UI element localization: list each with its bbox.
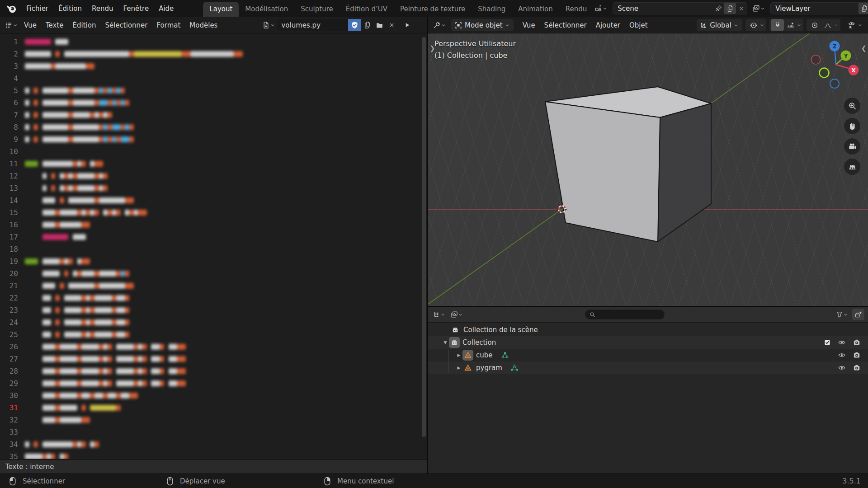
pan-hand-button[interactable] bbox=[844, 118, 860, 134]
row-toggles bbox=[823, 338, 862, 347]
ortho-toggle-button[interactable] bbox=[844, 159, 860, 175]
scrollbar-thumb[interactable] bbox=[422, 37, 426, 437]
workspace-tab-shading[interactable]: Shading bbox=[472, 2, 512, 17]
code-content bbox=[25, 158, 103, 170]
gizmo-y[interactable]: Y bbox=[841, 51, 851, 61]
checkbox-toggle[interactable] bbox=[823, 339, 832, 346]
run-script-button[interactable] bbox=[401, 19, 414, 31]
workspace-tab-peinture-de-texture[interactable]: Peinture de texture bbox=[394, 2, 472, 17]
open-text-button[interactable] bbox=[373, 19, 386, 31]
script-trusted-toggle[interactable] bbox=[348, 19, 361, 31]
zoom-button[interactable] bbox=[844, 98, 860, 114]
outliner-row-collection-de-la-sc-ne[interactable]: Collection de la scène bbox=[428, 324, 868, 336]
menu-rendu[interactable]: Rendu bbox=[87, 3, 118, 14]
outliner-row-pygram[interactable]: ▶pygram bbox=[428, 361, 868, 374]
eye-toggle[interactable] bbox=[837, 364, 847, 372]
line-number: 31 bbox=[0, 404, 25, 412]
outliner-filter-type-icon[interactable] bbox=[449, 310, 464, 319]
pivot-point-icon[interactable] bbox=[747, 19, 760, 31]
menu-aide[interactable]: Aide bbox=[154, 3, 179, 14]
camera-toggle[interactable] bbox=[852, 338, 862, 347]
outliner-row-cube[interactable]: ▶cube bbox=[428, 349, 868, 361]
code-content bbox=[25, 206, 147, 219]
pin-icon[interactable] bbox=[713, 3, 724, 14]
viewport-menu-objet[interactable]: Objet bbox=[625, 19, 652, 31]
scene-name[interactable]: Scene bbox=[613, 5, 713, 13]
workspace-tab-sculpture[interactable]: Sculpture bbox=[294, 2, 339, 17]
snap-target-icon[interactable] bbox=[784, 19, 797, 31]
text-name-field[interactable]: volumes.py bbox=[277, 19, 348, 31]
show-gizmo-eye-icon[interactable] bbox=[845, 19, 858, 31]
camera-toggle[interactable] bbox=[852, 364, 862, 372]
eye-toggle[interactable] bbox=[837, 351, 847, 359]
editor-menu-texte[interactable]: Texte bbox=[41, 19, 68, 31]
editor-menu-dition[interactable]: Édition bbox=[68, 19, 101, 31]
navigation-gizmo[interactable]: Z Y X bbox=[810, 39, 863, 91]
viewport-menu-s-lectionner[interactable]: Sélectionner bbox=[540, 19, 591, 31]
outliner-row-collection[interactable]: ▼Collection bbox=[428, 336, 868, 349]
viewlayer-browse-icon[interactable] bbox=[751, 4, 767, 13]
eye-toggle[interactable] bbox=[837, 338, 847, 347]
workspace-tab-animation[interactable]: Animation bbox=[512, 2, 559, 17]
outliner-display-mode-icon[interactable] bbox=[432, 310, 447, 319]
magnet-icon[interactable] bbox=[771, 19, 784, 31]
proportional-edit-icon[interactable] bbox=[808, 19, 821, 31]
workspace-tab-rendu[interactable]: Rendu bbox=[559, 2, 594, 17]
text-editor: VueTexteÉditionSélectionnerFormatModèles… bbox=[0, 17, 428, 474]
editor-menu-s-lectionner[interactable]: Sélectionner bbox=[100, 19, 152, 31]
code-content bbox=[25, 450, 68, 459]
menu-fichier[interactable]: Fichier bbox=[21, 3, 53, 14]
mode-select[interactable]: Mode objet bbox=[451, 19, 514, 31]
camera-toggle[interactable] bbox=[852, 351, 862, 359]
editor-menu-vue[interactable]: Vue bbox=[19, 19, 41, 31]
topbar-right: Scene ViewLayer bbox=[593, 2, 868, 14]
workspace-tab-mod-lisation[interactable]: Modélisation bbox=[239, 2, 294, 17]
text-datablock-icon[interactable] bbox=[261, 21, 277, 29]
collapse-arrow-icon[interactable]: ▼ bbox=[442, 340, 449, 345]
editor-scrollbar[interactable] bbox=[422, 37, 426, 454]
editor-menu-format[interactable]: Format bbox=[152, 19, 185, 31]
gizmo-neg-x[interactable] bbox=[811, 55, 821, 64]
gizmo-neg-z[interactable] bbox=[830, 79, 839, 88]
expand-arrow-icon[interactable]: ▶ bbox=[455, 366, 462, 370]
line-number: 35 bbox=[0, 452, 25, 459]
editor-type-text-icon[interactable] bbox=[4, 21, 19, 29]
code-line-25: 25 bbox=[0, 328, 427, 341]
unlink-text-button[interactable] bbox=[386, 19, 398, 31]
workspace-tab-layout[interactable]: Layout bbox=[203, 2, 239, 17]
active-tool-icon[interactable] bbox=[432, 21, 448, 29]
outliner-search-input[interactable] bbox=[585, 309, 665, 320]
proportional-group bbox=[807, 19, 840, 31]
viewport-menu-vue[interactable]: Vue bbox=[518, 19, 540, 31]
line-number: 29 bbox=[0, 379, 25, 388]
gizmo-z[interactable]: Z bbox=[830, 41, 840, 52]
blender-logo-icon[interactable] bbox=[5, 2, 18, 14]
editor-menu-mod-les[interactable]: Modèles bbox=[185, 19, 222, 31]
mode-label: Mode objet bbox=[465, 21, 503, 29]
menu-dition[interactable]: Édition bbox=[53, 3, 87, 14]
gizmo-x[interactable]: X bbox=[849, 65, 859, 75]
cube-object[interactable] bbox=[545, 87, 711, 242]
viewport-menu-ajouter[interactable]: Ajouter bbox=[591, 19, 625, 31]
visibility-group bbox=[844, 19, 864, 31]
scene-browse-icon[interactable] bbox=[593, 4, 609, 13]
outliner-item-label: pygram bbox=[476, 364, 502, 372]
toolbar-expand-icon[interactable]: ❯ bbox=[429, 44, 435, 52]
new-text-button[interactable] bbox=[361, 19, 373, 31]
falloff-curve-icon[interactable] bbox=[821, 19, 834, 31]
new-viewlayer-button[interactable] bbox=[859, 3, 868, 14]
viewport-canvas[interactable]: Perspective Utilisateur (1) Collection |… bbox=[428, 33, 868, 306]
unlink-scene-button[interactable] bbox=[736, 3, 747, 14]
filter-funnel-icon[interactable] bbox=[835, 310, 849, 319]
workspace-tab-dition-d-uv[interactable]: Édition d’UV bbox=[340, 2, 394, 17]
menu-fen-tre[interactable]: Fenêtre bbox=[118, 3, 154, 14]
viewlayer-name[interactable]: ViewLayer bbox=[771, 5, 859, 13]
code-area[interactable]: 1234567891011121314151617181920212223242… bbox=[0, 33, 427, 459]
new-scene-button[interactable] bbox=[724, 3, 736, 14]
camera-view-button[interactable] bbox=[844, 138, 860, 155]
orientation-select[interactable]: Global bbox=[697, 19, 742, 31]
blender-window: FichierÉditionRenduFenêtreAide LayoutMod… bbox=[0, 0, 868, 488]
expand-arrow-icon[interactable]: ▶ bbox=[455, 353, 462, 357]
new-collection-button[interactable] bbox=[852, 309, 864, 320]
gizmo-neg-y[interactable] bbox=[820, 68, 829, 78]
